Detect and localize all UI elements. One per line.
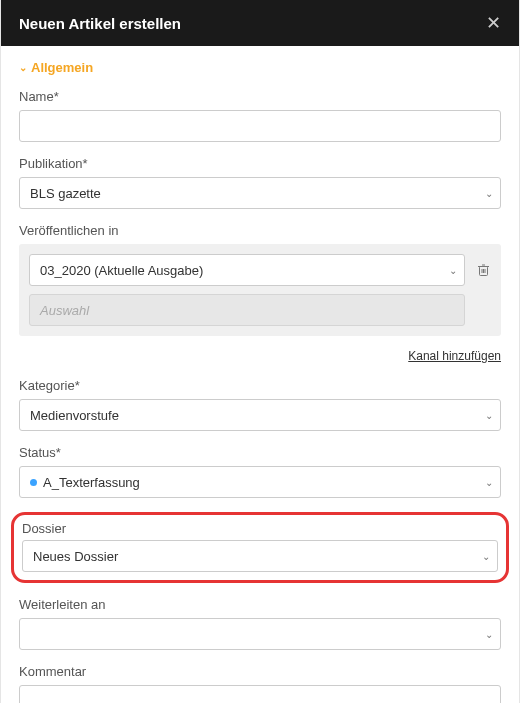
- publication-value: BLS gazette: [30, 186, 101, 201]
- comment-label: Kommentar: [19, 664, 501, 679]
- publication-label: Publikation*: [19, 156, 501, 171]
- field-forward: Weiterleiten an ⌄: [19, 597, 501, 650]
- issue-select[interactable]: 03_2020 (Aktuelle Ausgabe): [29, 254, 465, 286]
- field-comment: Kommentar: [19, 664, 501, 703]
- modal-body: ⌄ Allgemein Name* Publikation* BLS gazet…: [1, 46, 519, 703]
- forward-label: Weiterleiten an: [19, 597, 501, 612]
- trash-icon: [477, 263, 490, 277]
- channel-row: Auswahl: [29, 294, 491, 326]
- issue-row: 03_2020 (Aktuelle Ausgabe) ⌄: [29, 254, 491, 286]
- category-label: Kategorie*: [19, 378, 501, 393]
- publish-in-panel: 03_2020 (Aktuelle Ausgabe) ⌄: [19, 244, 501, 336]
- name-input[interactable]: [19, 110, 501, 142]
- issue-value: 03_2020 (Aktuelle Ausgabe): [40, 263, 203, 278]
- status-label: Status*: [19, 445, 501, 460]
- dossier-value: Neues Dossier: [33, 549, 118, 564]
- field-name: Name*: [19, 89, 501, 142]
- modal-title: Neuen Artikel erstellen: [19, 15, 181, 32]
- field-category: Kategorie* Medienvorstufe ⌄: [19, 378, 501, 431]
- publish-in-label: Veröffentlichen in: [19, 223, 501, 238]
- status-value: A_Texterfassung: [43, 475, 140, 490]
- channel-select[interactable]: Auswahl: [29, 294, 465, 326]
- field-dossier: Dossier Neues Dossier ⌄: [22, 521, 498, 572]
- chevron-down-icon: ⌄: [19, 63, 27, 73]
- close-button[interactable]: ✕: [486, 14, 501, 32]
- dossier-label: Dossier: [22, 521, 498, 536]
- publication-select[interactable]: BLS gazette: [19, 177, 501, 209]
- forward-select[interactable]: [19, 618, 501, 650]
- field-status: Status* A_Texterfassung ⌄: [19, 445, 501, 498]
- field-publication: Publikation* BLS gazette ⌄: [19, 156, 501, 209]
- field-publish-in: Veröffentlichen in 03_2020 (Aktuelle Aus…: [19, 223, 501, 364]
- name-label: Name*: [19, 89, 501, 104]
- status-select[interactable]: A_Texterfassung: [19, 466, 501, 498]
- status-dot-icon: [30, 479, 37, 486]
- close-icon: ✕: [486, 13, 501, 33]
- dossier-select[interactable]: Neues Dossier: [22, 540, 498, 572]
- section-toggle-general[interactable]: ⌄ Allgemein: [19, 60, 501, 75]
- category-value: Medienvorstufe: [30, 408, 119, 423]
- dossier-highlight: Dossier Neues Dossier ⌄: [11, 512, 509, 583]
- modal-header: Neuen Artikel erstellen ✕: [1, 0, 519, 46]
- category-select[interactable]: Medienvorstufe: [19, 399, 501, 431]
- delete-issue-button[interactable]: [475, 263, 491, 277]
- channel-placeholder: Auswahl: [40, 303, 89, 318]
- create-article-modal: Neuen Artikel erstellen ✕ ⌄ Allgemein Na…: [0, 0, 520, 703]
- comment-input[interactable]: [19, 685, 501, 703]
- add-channel-link[interactable]: Kanal hinzufügen: [408, 349, 501, 363]
- section-label: Allgemein: [31, 60, 93, 75]
